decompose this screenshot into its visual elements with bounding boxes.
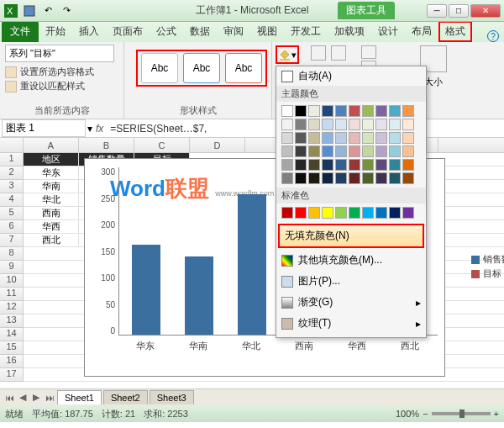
color-swatch[interactable]: [402, 119, 414, 130]
shape-fill-button[interactable]: ▾: [276, 45, 299, 64]
col-header[interactable]: B: [79, 138, 134, 152]
col-header[interactable]: A: [24, 138, 79, 152]
tab-review[interactable]: 审阅: [217, 21, 250, 42]
select-all-corner[interactable]: [0, 138, 24, 152]
chart-bar[interactable]: [132, 245, 160, 335]
color-swatch[interactable]: [281, 145, 293, 157]
row-header[interactable]: 16: [0, 355, 24, 368]
color-swatch[interactable]: [389, 119, 401, 130]
color-swatch[interactable]: [281, 105, 293, 117]
color-swatch[interactable]: [335, 132, 347, 144]
shape-style-gallery[interactable]: Abc Abc Abc: [136, 50, 267, 87]
color-swatch[interactable]: [335, 105, 347, 117]
color-swatch[interactable]: [375, 119, 387, 130]
row-header[interactable]: 6: [0, 220, 24, 234]
tab-layout[interactable]: 布局: [405, 21, 438, 42]
row-header[interactable]: 13: [0, 314, 24, 328]
color-swatch[interactable]: [402, 132, 414, 144]
tab-format[interactable]: 格式: [438, 21, 472, 42]
maximize-button[interactable]: □: [449, 4, 469, 18]
color-swatch[interactable]: [308, 207, 320, 219]
row-header[interactable]: 17: [0, 368, 24, 382]
color-swatch[interactable]: [281, 207, 293, 219]
no-fill-item[interactable]: 无填充颜色(N): [278, 224, 424, 248]
color-swatch[interactable]: [349, 119, 360, 130]
tab-nav-first-icon[interactable]: ⏮: [3, 392, 15, 404]
color-swatch[interactable]: [349, 172, 360, 184]
color-swatch[interactable]: [375, 159, 387, 171]
color-swatch[interactable]: [335, 145, 347, 157]
row-header[interactable]: 9: [0, 261, 24, 274]
reset-match-button[interactable]: 重设以匹配样式: [5, 79, 118, 93]
color-swatch[interactable]: [375, 105, 387, 117]
shape-style-1[interactable]: Abc: [141, 53, 178, 83]
undo-icon[interactable]: ↶: [40, 3, 55, 18]
color-swatch[interactable]: [322, 119, 333, 130]
color-swatch[interactable]: [295, 145, 307, 157]
color-swatch[interactable]: [322, 172, 333, 184]
color-swatch[interactable]: [308, 172, 320, 184]
cell[interactable]: 华西: [24, 220, 79, 233]
color-swatch[interactable]: [335, 119, 347, 130]
color-swatch[interactable]: [349, 145, 360, 157]
color-swatch[interactable]: [362, 132, 374, 144]
chart-bar[interactable]: [238, 194, 266, 335]
row-header[interactable]: 3: [0, 180, 24, 193]
sheet-tab[interactable]: Sheet3: [150, 390, 194, 404]
color-swatch[interactable]: [295, 132, 307, 144]
color-swatch[interactable]: [295, 172, 307, 184]
row-header[interactable]: 1: [0, 153, 24, 166]
color-swatch[interactable]: [375, 145, 387, 157]
color-swatch[interactable]: [349, 132, 360, 144]
chart-bar[interactable]: [185, 256, 213, 335]
color-swatch[interactable]: [322, 159, 333, 171]
row-header[interactable]: 4: [0, 193, 24, 207]
cell[interactable]: 华东: [24, 166, 79, 179]
cell[interactable]: 华北: [24, 193, 79, 206]
shape-style-3[interactable]: Abc: [225, 53, 262, 83]
wordart-icon-1[interactable]: [311, 45, 326, 61]
format-selection-button[interactable]: 设置所选内容格式: [5, 65, 118, 79]
row-header[interactable]: 5: [0, 207, 24, 220]
color-swatch[interactable]: [389, 207, 401, 219]
color-swatch[interactable]: [281, 159, 293, 171]
zoom-out-icon[interactable]: −: [423, 409, 428, 419]
cell[interactable]: 西南: [24, 207, 79, 219]
color-swatch[interactable]: [402, 105, 414, 117]
wordart-icon-2[interactable]: [331, 45, 346, 61]
color-swatch[interactable]: [308, 145, 320, 157]
color-swatch[interactable]: [335, 172, 347, 184]
color-swatch[interactable]: [335, 159, 347, 171]
color-swatch[interactable]: [362, 105, 374, 117]
row-header[interactable]: 12: [0, 301, 24, 314]
color-swatch[interactable]: [375, 132, 387, 144]
color-swatch[interactable]: [349, 207, 360, 219]
color-swatch[interactable]: [281, 172, 293, 184]
tab-data[interactable]: 数据: [183, 21, 217, 42]
tab-home[interactable]: 开始: [39, 21, 72, 42]
formula-text[interactable]: =SERIES(Sheet…$7,: [107, 123, 210, 135]
zoom-in-icon[interactable]: +: [494, 409, 499, 419]
tab-developer[interactable]: 开发工: [284, 21, 328, 42]
more-colors-item[interactable]: 其他填充颜色(M)...: [276, 250, 426, 271]
save-icon[interactable]: [22, 3, 37, 18]
color-swatch[interactable]: [389, 105, 401, 117]
zoom-thumb[interactable]: [459, 410, 465, 418]
tab-formulas[interactable]: 公式: [150, 21, 183, 42]
row-header[interactable]: 2: [0, 166, 24, 180]
color-swatch[interactable]: [335, 207, 347, 219]
cell[interactable]: 华南: [24, 180, 79, 193]
sheet-tab[interactable]: Sheet1: [57, 390, 102, 404]
zoom-level[interactable]: 100%: [396, 409, 419, 419]
tab-page-layout[interactable]: 页面布: [106, 21, 150, 42]
color-swatch[interactable]: [389, 159, 401, 171]
cell[interactable]: 西北: [24, 234, 79, 246]
color-swatch[interactable]: [375, 172, 387, 184]
color-swatch[interactable]: [322, 207, 333, 219]
color-swatch[interactable]: [362, 172, 374, 184]
color-swatch[interactable]: [308, 119, 320, 130]
zoom-slider[interactable]: [432, 412, 491, 415]
sheet-tab[interactable]: Sheet2: [103, 390, 148, 404]
color-swatch[interactable]: [322, 145, 333, 157]
chart-element-selector[interactable]: 系列 "目标": [5, 45, 114, 62]
